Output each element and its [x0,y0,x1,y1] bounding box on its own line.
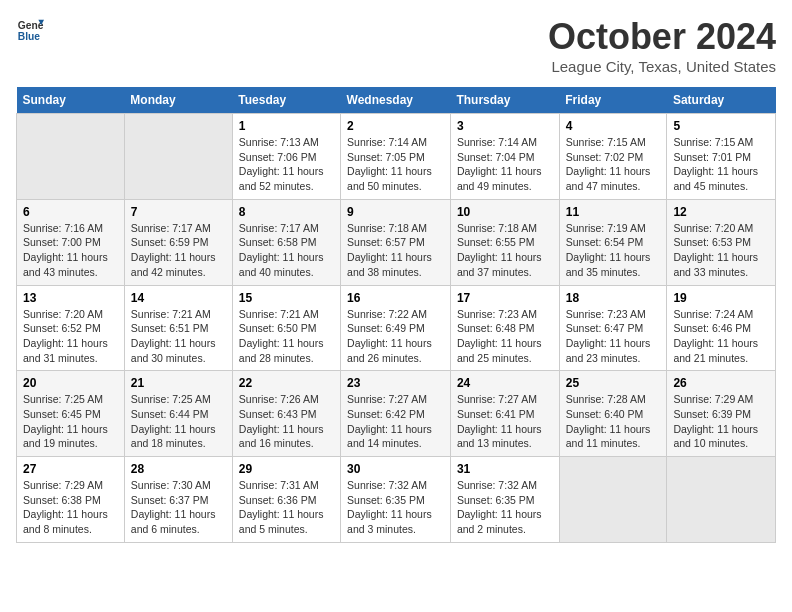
calendar-cell: 28Sunrise: 7:30 AM Sunset: 6:37 PM Dayli… [124,457,232,543]
calendar-cell: 27Sunrise: 7:29 AM Sunset: 6:38 PM Dayli… [17,457,125,543]
logo-icon: General Blue [16,16,44,44]
day-info: Sunrise: 7:16 AM Sunset: 7:00 PM Dayligh… [23,221,118,280]
day-number: 16 [347,291,444,305]
day-header-tuesday: Tuesday [232,87,340,114]
day-info: Sunrise: 7:23 AM Sunset: 6:48 PM Dayligh… [457,307,553,366]
day-info: Sunrise: 7:32 AM Sunset: 6:35 PM Dayligh… [347,478,444,537]
week-row-2: 6Sunrise: 7:16 AM Sunset: 7:00 PM Daylig… [17,199,776,285]
calendar-cell: 21Sunrise: 7:25 AM Sunset: 6:44 PM Dayli… [124,371,232,457]
day-info: Sunrise: 7:29 AM Sunset: 6:39 PM Dayligh… [673,392,769,451]
day-number: 26 [673,376,769,390]
day-number: 21 [131,376,226,390]
day-number: 5 [673,119,769,133]
day-number: 1 [239,119,334,133]
logo: General Blue [16,16,44,44]
calendar-cell: 12Sunrise: 7:20 AM Sunset: 6:53 PM Dayli… [667,199,776,285]
day-number: 10 [457,205,553,219]
day-info: Sunrise: 7:27 AM Sunset: 6:41 PM Dayligh… [457,392,553,451]
day-number: 7 [131,205,226,219]
day-info: Sunrise: 7:28 AM Sunset: 6:40 PM Dayligh… [566,392,661,451]
day-number: 20 [23,376,118,390]
day-info: Sunrise: 7:17 AM Sunset: 6:58 PM Dayligh… [239,221,334,280]
title-area: October 2024 League City, Texas, United … [548,16,776,75]
day-number: 12 [673,205,769,219]
calendar-cell: 30Sunrise: 7:32 AM Sunset: 6:35 PM Dayli… [341,457,451,543]
calendar-cell: 19Sunrise: 7:24 AM Sunset: 6:46 PM Dayli… [667,285,776,371]
day-number: 15 [239,291,334,305]
day-header-sunday: Sunday [17,87,125,114]
day-info: Sunrise: 7:23 AM Sunset: 6:47 PM Dayligh… [566,307,661,366]
calendar-cell: 18Sunrise: 7:23 AM Sunset: 6:47 PM Dayli… [559,285,667,371]
day-number: 17 [457,291,553,305]
day-info: Sunrise: 7:29 AM Sunset: 6:38 PM Dayligh… [23,478,118,537]
day-number: 31 [457,462,553,476]
day-info: Sunrise: 7:13 AM Sunset: 7:06 PM Dayligh… [239,135,334,194]
calendar-cell: 31Sunrise: 7:32 AM Sunset: 6:35 PM Dayli… [450,457,559,543]
day-number: 14 [131,291,226,305]
day-number: 24 [457,376,553,390]
calendar-cell: 3Sunrise: 7:14 AM Sunset: 7:04 PM Daylig… [450,114,559,200]
calendar-cell: 25Sunrise: 7:28 AM Sunset: 6:40 PM Dayli… [559,371,667,457]
day-number: 29 [239,462,334,476]
week-row-5: 27Sunrise: 7:29 AM Sunset: 6:38 PM Dayli… [17,457,776,543]
day-info: Sunrise: 7:20 AM Sunset: 6:53 PM Dayligh… [673,221,769,280]
day-info: Sunrise: 7:24 AM Sunset: 6:46 PM Dayligh… [673,307,769,366]
day-number: 11 [566,205,661,219]
day-info: Sunrise: 7:25 AM Sunset: 6:45 PM Dayligh… [23,392,118,451]
calendar-cell: 5Sunrise: 7:15 AM Sunset: 7:01 PM Daylig… [667,114,776,200]
day-info: Sunrise: 7:17 AM Sunset: 6:59 PM Dayligh… [131,221,226,280]
day-number: 25 [566,376,661,390]
day-number: 27 [23,462,118,476]
calendar-cell: 16Sunrise: 7:22 AM Sunset: 6:49 PM Dayli… [341,285,451,371]
day-info: Sunrise: 7:18 AM Sunset: 6:55 PM Dayligh… [457,221,553,280]
calendar-cell: 1Sunrise: 7:13 AM Sunset: 7:06 PM Daylig… [232,114,340,200]
day-info: Sunrise: 7:20 AM Sunset: 6:52 PM Dayligh… [23,307,118,366]
day-info: Sunrise: 7:21 AM Sunset: 6:50 PM Dayligh… [239,307,334,366]
day-number: 30 [347,462,444,476]
calendar-cell: 22Sunrise: 7:26 AM Sunset: 6:43 PM Dayli… [232,371,340,457]
day-number: 2 [347,119,444,133]
day-number: 6 [23,205,118,219]
day-number: 13 [23,291,118,305]
day-number: 4 [566,119,661,133]
week-row-3: 13Sunrise: 7:20 AM Sunset: 6:52 PM Dayli… [17,285,776,371]
day-info: Sunrise: 7:32 AM Sunset: 6:35 PM Dayligh… [457,478,553,537]
day-header-saturday: Saturday [667,87,776,114]
calendar-cell [667,457,776,543]
day-number: 18 [566,291,661,305]
day-number: 9 [347,205,444,219]
calendar-subtitle: League City, Texas, United States [548,58,776,75]
calendar-cell: 23Sunrise: 7:27 AM Sunset: 6:42 PM Dayli… [341,371,451,457]
calendar-cell: 10Sunrise: 7:18 AM Sunset: 6:55 PM Dayli… [450,199,559,285]
day-info: Sunrise: 7:27 AM Sunset: 6:42 PM Dayligh… [347,392,444,451]
calendar-cell: 13Sunrise: 7:20 AM Sunset: 6:52 PM Dayli… [17,285,125,371]
day-header-monday: Monday [124,87,232,114]
day-info: Sunrise: 7:14 AM Sunset: 7:04 PM Dayligh… [457,135,553,194]
calendar-cell: 20Sunrise: 7:25 AM Sunset: 6:45 PM Dayli… [17,371,125,457]
svg-text:Blue: Blue [18,31,41,42]
calendar-cell: 14Sunrise: 7:21 AM Sunset: 6:51 PM Dayli… [124,285,232,371]
calendar-cell: 26Sunrise: 7:29 AM Sunset: 6:39 PM Dayli… [667,371,776,457]
day-header-friday: Friday [559,87,667,114]
calendar-cell [17,114,125,200]
day-header-wednesday: Wednesday [341,87,451,114]
day-number: 22 [239,376,334,390]
day-number: 28 [131,462,226,476]
day-number: 8 [239,205,334,219]
calendar-cell: 11Sunrise: 7:19 AM Sunset: 6:54 PM Dayli… [559,199,667,285]
calendar-cell: 2Sunrise: 7:14 AM Sunset: 7:05 PM Daylig… [341,114,451,200]
calendar-cell: 24Sunrise: 7:27 AM Sunset: 6:41 PM Dayli… [450,371,559,457]
day-info: Sunrise: 7:19 AM Sunset: 6:54 PM Dayligh… [566,221,661,280]
day-info: Sunrise: 7:15 AM Sunset: 7:01 PM Dayligh… [673,135,769,194]
day-info: Sunrise: 7:26 AM Sunset: 6:43 PM Dayligh… [239,392,334,451]
calendar-cell [124,114,232,200]
day-number: 23 [347,376,444,390]
calendar-cell [559,457,667,543]
day-info: Sunrise: 7:22 AM Sunset: 6:49 PM Dayligh… [347,307,444,366]
day-number: 19 [673,291,769,305]
day-info: Sunrise: 7:14 AM Sunset: 7:05 PM Dayligh… [347,135,444,194]
week-row-1: 1Sunrise: 7:13 AM Sunset: 7:06 PM Daylig… [17,114,776,200]
calendar-title: October 2024 [548,16,776,58]
calendar-cell: 7Sunrise: 7:17 AM Sunset: 6:59 PM Daylig… [124,199,232,285]
calendar-cell: 9Sunrise: 7:18 AM Sunset: 6:57 PM Daylig… [341,199,451,285]
